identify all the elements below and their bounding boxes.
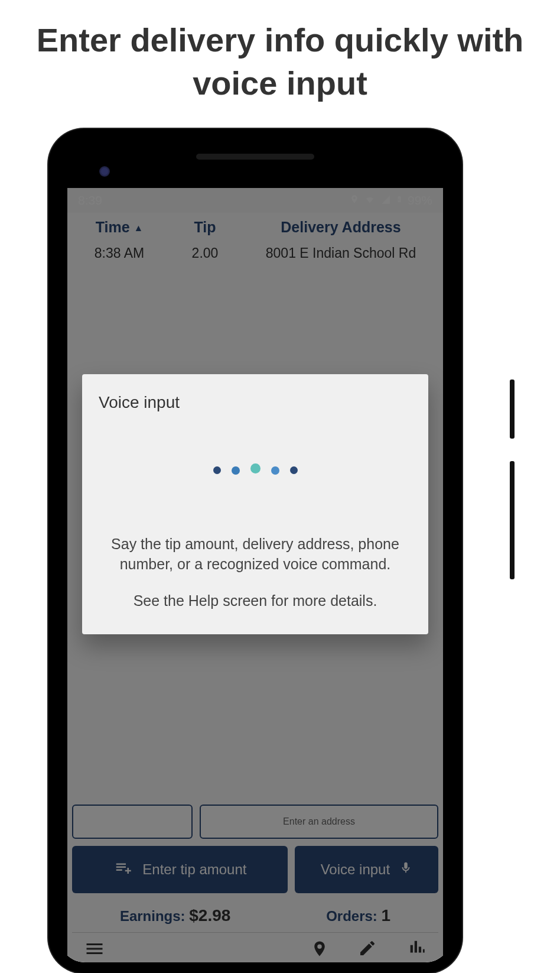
phone-side-button — [510, 461, 515, 579]
voice-input-dialog: Voice input Say the tip amount, delivery… — [82, 374, 428, 634]
phone-frame: 8:39 99% — [48, 129, 462, 973]
dialog-body-1: Say the tip amount, delivery address, ph… — [99, 534, 412, 575]
dot-icon — [232, 466, 240, 475]
dot-icon — [250, 463, 261, 473]
dot-icon — [271, 466, 279, 475]
dot-icon — [290, 466, 298, 474]
dot-icon — [213, 466, 221, 474]
listening-indicator — [99, 465, 412, 475]
phone-side-button — [510, 380, 515, 439]
phone-camera — [99, 166, 110, 177]
dialog-title: Voice input — [99, 393, 412, 412]
screen: 8:39 99% — [67, 188, 443, 962]
marketing-title: Enter delivery info quickly with voice i… — [0, 0, 560, 117]
dialog-body-2: See the Help screen for more details. — [99, 591, 412, 611]
phone-speaker — [196, 154, 314, 160]
